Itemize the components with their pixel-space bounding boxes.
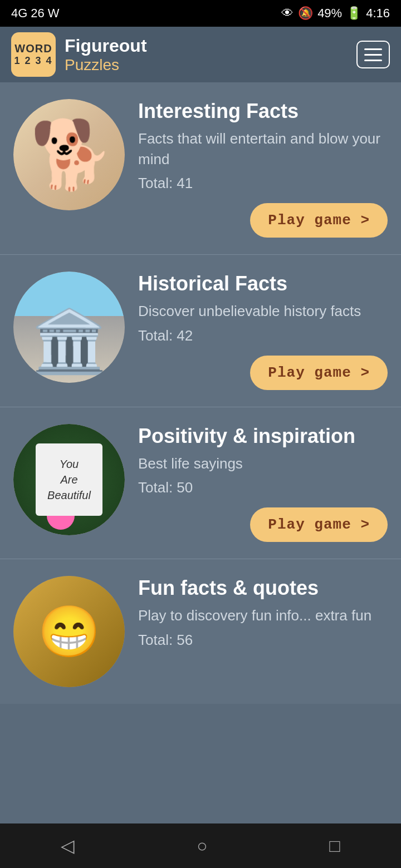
card-description: Best life sayings [138, 453, 388, 474]
status-right: 👁 🔕 49% 🔋 4:16 [281, 6, 390, 21]
card-content-interesting-facts: Interesting Facts Facts that will entert… [138, 99, 388, 238]
logo-area: WORD 1 2 3 4 Figureout Puzzles [11, 32, 147, 77]
card-image-fun-facts [13, 576, 125, 687]
play-button-positivity[interactable]: Play game > [250, 507, 388, 542]
card-positivity: YouAreBeautiful Positivity & inspiration… [0, 407, 401, 560]
card-total: Total: 41 [138, 175, 388, 192]
card-title: Fun facts & quotes [138, 576, 388, 600]
recent-button[interactable]: □ [312, 830, 356, 862]
card-description: Discover unbelievable history facts [138, 301, 388, 321]
logo-num: 1 2 3 4 [14, 55, 52, 67]
positivity-image: YouAreBeautiful [13, 424, 125, 535]
ruins-image [13, 272, 125, 383]
logo-word: WORD [14, 42, 52, 55]
status-bar: 4G 26 W 👁 🔕 49% 🔋 4:16 [0, 0, 401, 27]
signal-icon: 4G [11, 6, 27, 21]
fun-image [13, 576, 125, 687]
card-fun-facts: Fun facts & quotes Play to discovery fun… [0, 559, 401, 704]
bottom-navigation: ◁ ○ □ [0, 823, 401, 868]
card-interesting-facts: Interesting Facts Facts that will entert… [0, 82, 401, 255]
hamburger-line [364, 48, 382, 50]
card-content-historical-facts: Historical Facts Discover unbelievable h… [138, 272, 388, 390]
card-description: Play to discovery fun info... extra fun [138, 605, 388, 625]
card-title: Interesting Facts [138, 99, 388, 123]
dog-image [13, 99, 125, 210]
mute-icon: 🔕 [298, 6, 313, 21]
card-total: Total: 42 [138, 327, 388, 344]
card-total: Total: 50 [138, 479, 388, 496]
play-button-historical-facts[interactable]: Play game > [250, 356, 388, 390]
card-title: Historical Facts [138, 272, 388, 295]
card-image-historical-facts [13, 272, 125, 383]
play-button-interesting-facts[interactable]: Play game > [250, 203, 388, 238]
app-logo: WORD 1 2 3 4 [11, 32, 56, 77]
card-total: Total: 56 [138, 632, 388, 649]
hamburger-line [364, 60, 382, 61]
wifi-icon: W [48, 6, 60, 21]
card-image-positivity: YouAreBeautiful [13, 424, 125, 535]
back-button[interactable]: ◁ [44, 830, 91, 862]
hamburger-line [364, 54, 382, 56]
card-content-positivity: Positivity & inspiration Best life sayin… [138, 424, 388, 542]
app-subtitle: Puzzles [65, 56, 147, 74]
app-name: Figureout [65, 36, 147, 56]
battery-text: 49% [317, 6, 342, 21]
card-description: Facts that will entertain and blow your … [138, 129, 388, 169]
card-content-fun-facts: Fun facts & quotes Play to discovery fun… [138, 576, 388, 649]
eye-icon: 👁 [281, 6, 294, 21]
home-button[interactable]: ○ [180, 830, 224, 862]
card-image-interesting-facts [13, 99, 125, 210]
app-header: WORD 1 2 3 4 Figureout Puzzles [0, 27, 401, 82]
menu-button[interactable] [356, 41, 390, 68]
app-title-area: Figureout Puzzles [65, 36, 147, 74]
note-paper: YouAreBeautiful [36, 443, 102, 516]
signal2-icon: 26 [31, 6, 44, 21]
status-left: 4G 26 W [11, 6, 60, 21]
clock: 4:16 [366, 6, 390, 21]
card-title: Positivity & inspiration [138, 424, 388, 448]
battery-icon: 🔋 [346, 6, 361, 21]
card-historical-facts: Historical Facts Discover unbelievable h… [0, 255, 401, 407]
